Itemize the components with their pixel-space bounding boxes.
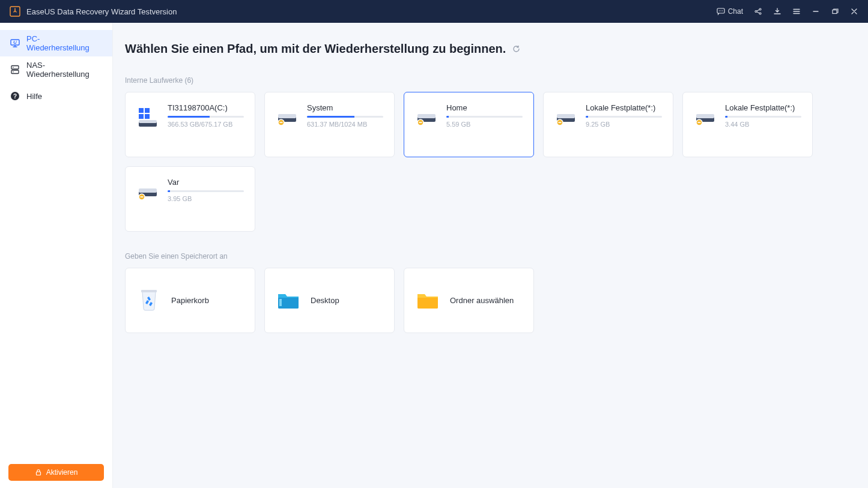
- drives-grid: TI31198700A(C:) 366.53 GB/675.17 GB Syst…: [125, 92, 852, 232]
- svg-point-3: [720, 10, 721, 11]
- svg-rect-10: [11, 66, 19, 70]
- svg-rect-17: [139, 108, 144, 113]
- drive-icon: [136, 180, 160, 204]
- close-button[interactable]: [846, 4, 862, 19]
- titlebar-controls: Chat: [713, 4, 862, 19]
- drive-name: Lokale Festplatte(*:): [586, 103, 662, 112]
- svg-rect-9: [11, 40, 19, 45]
- svg-rect-19: [139, 114, 144, 119]
- app-logo-icon: [10, 6, 20, 17]
- sidebar-item-help[interactable]: ? Hilfe: [0, 83, 112, 109]
- locations-section-label: Geben Sie einen Speicherort an: [125, 252, 852, 261]
- hamburger-icon: [792, 7, 801, 16]
- sidebar-item-nas-recovery[interactable]: NAS-Wiederherstellung: [0, 56, 112, 83]
- download-icon: [773, 7, 782, 16]
- download-button[interactable]: [769, 4, 785, 19]
- minimize-button[interactable]: [808, 4, 824, 19]
- svg-rect-43: [141, 290, 157, 292]
- chat-icon: [717, 7, 725, 16]
- drive-meta: 3.44 GB: [725, 121, 801, 128]
- recycle-bin-icon: [136, 287, 162, 312]
- drive-meta: 631.37 MB/1024 MB: [307, 121, 383, 128]
- svg-point-13: [13, 71, 14, 73]
- svg-rect-26: [280, 122, 283, 123]
- drive-icon: [276, 106, 300, 130]
- svg-point-6: [759, 8, 761, 10]
- minimize-icon: [812, 7, 820, 16]
- sidebar-nav: PC-Wiederherstellung NAS-Wiederherstellu…: [0, 23, 112, 457]
- svg-rect-40: [139, 188, 157, 193]
- drive-card[interactable]: Home 5.59 GB: [404, 92, 534, 157]
- sidebar-item-label: NAS-Wiederherstellung: [26, 61, 103, 79]
- svg-rect-18: [145, 108, 150, 113]
- svg-rect-22: [139, 120, 157, 123]
- svg-rect-44: [279, 299, 282, 306]
- drive-usage-bar: [168, 190, 244, 192]
- svg-point-5: [755, 11, 757, 13]
- sidebar-item-pc-recovery[interactable]: PC-Wiederherstellung: [0, 30, 112, 56]
- location-card[interactable]: Ordner auswählen: [404, 268, 534, 333]
- svg-point-4: [721, 10, 722, 11]
- svg-rect-42: [141, 196, 144, 197]
- window-title: EaseUS Data Recovery Wizard Testversion: [26, 7, 713, 16]
- drive-icon: [694, 106, 718, 130]
- drive-name: TI31198700A(C:): [168, 103, 244, 112]
- refresh-button[interactable]: [512, 44, 521, 53]
- activate-label: Aktivieren: [46, 468, 78, 477]
- drive-meta: 3.95 GB: [168, 195, 244, 202]
- sidebar-item-label: Hilfe: [26, 92, 42, 101]
- drive-meta: 366.53 GB/675.17 GB: [168, 121, 244, 128]
- svg-rect-30: [419, 122, 422, 123]
- windows-drive-icon: [136, 106, 160, 130]
- drive-usage-bar: [307, 116, 383, 118]
- svg-rect-36: [696, 114, 714, 118]
- locations-grid: Papierkorb Desktop Ordner auswählen: [125, 268, 852, 333]
- drive-name: Var: [168, 178, 244, 187]
- drive-meta: 5.59 GB: [446, 121, 523, 128]
- svg-point-12: [13, 67, 14, 68]
- sidebar-item-label: PC-Wiederherstellung: [26, 34, 103, 52]
- share-button[interactable]: [750, 4, 766, 19]
- refresh-icon: [512, 44, 521, 53]
- svg-point-2: [718, 10, 719, 11]
- activate-button[interactable]: Aktivieren: [8, 464, 104, 481]
- chat-label: Chat: [728, 7, 743, 16]
- svg-point-7: [759, 13, 761, 14]
- menu-button[interactable]: [789, 4, 804, 19]
- location-card[interactable]: Desktop: [264, 268, 395, 333]
- share-icon: [754, 7, 762, 16]
- drive-icon: [554, 106, 578, 130]
- folder-icon: [415, 287, 440, 312]
- svg-rect-24: [278, 114, 296, 118]
- drive-card[interactable]: Lokale Festplatte(*:) 3.44 GB: [682, 92, 813, 157]
- drive-usage-bar: [725, 116, 801, 118]
- title-bar: EaseUS Data Recovery Wizard Testversion …: [0, 0, 868, 23]
- svg-rect-11: [11, 70, 19, 74]
- drive-usage-bar: [446, 116, 523, 118]
- svg-rect-34: [559, 122, 562, 123]
- location-name: Desktop: [311, 296, 339, 305]
- help-icon: ?: [10, 91, 20, 101]
- drive-usage-bar: [168, 116, 244, 118]
- server-icon: [10, 64, 20, 75]
- location-name: Ordner auswählen: [450, 296, 514, 305]
- drive-card[interactable]: Lokale Festplatte(*:) 9.25 GB: [543, 92, 673, 157]
- drive-icon: [415, 106, 439, 130]
- location-card[interactable]: Papierkorb: [125, 268, 255, 333]
- lock-icon: [35, 469, 42, 476]
- svg-rect-8: [833, 10, 837, 14]
- drive-name: Home: [446, 103, 523, 112]
- location-name: Papierkorb: [171, 296, 209, 305]
- drive-name: System: [307, 103, 383, 112]
- svg-rect-38: [698, 122, 701, 123]
- close-icon: [850, 7, 858, 16]
- drive-card[interactable]: Var 3.95 GB: [125, 166, 255, 232]
- maximize-button[interactable]: [827, 4, 843, 19]
- drive-card[interactable]: TI31198700A(C:) 366.53 GB/675.17 GB: [125, 92, 255, 157]
- desktop-folder-icon: [276, 287, 301, 312]
- svg-rect-32: [557, 114, 575, 118]
- drive-card[interactable]: System 631.37 MB/1024 MB: [264, 92, 395, 157]
- chat-button[interactable]: Chat: [713, 6, 747, 17]
- drives-section-label: Interne Laufwerke (6): [125, 76, 852, 85]
- main-content: Wählen Sie einen Pfad, um mit der Wieder…: [113, 23, 868, 488]
